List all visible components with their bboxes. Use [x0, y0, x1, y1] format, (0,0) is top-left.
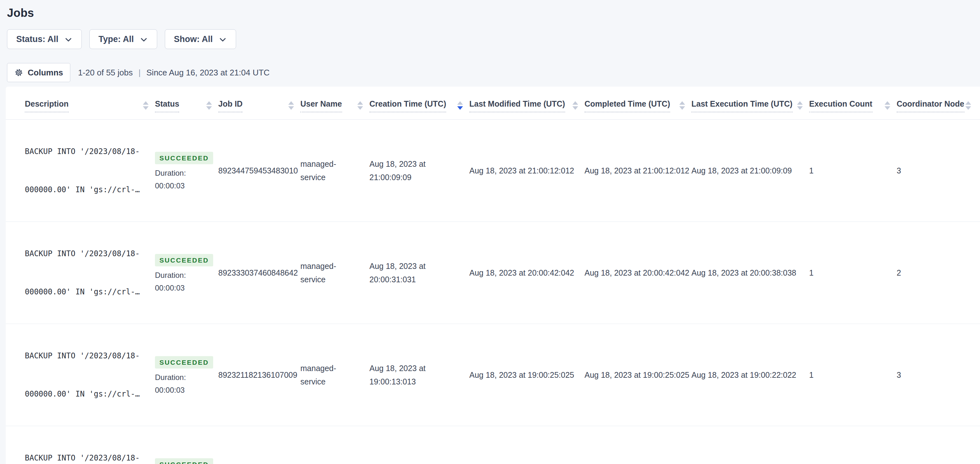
status-badge: SUCCEEDED [155, 152, 213, 164]
column-header-job-id[interactable]: Job ID [218, 99, 301, 112]
chevron-down-icon [64, 36, 73, 44]
sort-arrows-icon [143, 99, 149, 110]
table-row[interactable]: BACKUP INTO '/2023/08/18- 000000.00' IN … [6, 426, 980, 464]
filter-row: Status: All Type: All Show: All [7, 29, 980, 49]
since-timestamp: Since Aug 16, 2023 at 21:04 UTC [146, 68, 269, 78]
user-name: managed-service [301, 157, 365, 184]
sort-arrows-icon [966, 99, 971, 110]
last-execution-time: Aug 18, 2023 at 19:00:22:022 [691, 370, 809, 379]
columns-button[interactable]: Columns [7, 63, 70, 82]
coordinator-node: 2 [897, 268, 977, 277]
duration-label: Duration: [155, 169, 186, 177]
sort-arrows-icon [797, 99, 803, 110]
sort-arrows-icon [206, 99, 212, 110]
status-badge: SUCCEEDED [155, 458, 213, 464]
last-modified-time: Aug 18, 2023 at 21:00:12:012 [469, 166, 584, 175]
execution-count: 1 [809, 370, 897, 379]
type-filter-dropdown[interactable]: Type: All [89, 29, 157, 49]
job-id: 892333037460848642 [218, 268, 301, 277]
completed-time: Aug 18, 2023 at 19:00:25:025 [584, 370, 691, 379]
duration-value: 00:00:03 [155, 386, 185, 394]
jobs-table-card: Description Status Job ID User Name Crea… [6, 86, 980, 464]
job-description: BACKUP INTO '/2023/08/18- 000000.00' IN … [25, 222, 155, 324]
job-status: SUCCEEDED Duration: 00:00:03 [155, 356, 218, 394]
columns-button-label: Columns [28, 68, 63, 78]
job-description: BACKUP INTO '/2023/08/18- 000000.00' IN … [25, 426, 155, 464]
table-body: BACKUP INTO '/2023/08/18- 000000.00' IN … [6, 120, 980, 464]
table-row[interactable]: BACKUP INTO '/2023/08/18- 000000.00' IN … [6, 120, 980, 222]
column-header-creation-time[interactable]: Creation Time (UTC) [369, 99, 469, 112]
column-header-coordinator-node[interactable]: Coordinator Node [897, 99, 977, 112]
status-filter-dropdown[interactable]: Status: All [7, 29, 82, 49]
execution-count: 1 [809, 166, 897, 175]
sort-arrows-icon [357, 99, 363, 110]
sort-arrows-icon [288, 99, 294, 110]
user-name: managed-service [301, 259, 365, 286]
column-header-description[interactable]: Description [25, 99, 155, 112]
type-filter-label: Type: All [99, 34, 134, 44]
table-toolbar: Columns 1-20 of 55 jobs | Since Aug 16, … [7, 63, 980, 82]
sort-arrows-icon [679, 99, 685, 110]
creation-time: Aug 18, 2023 at 20:00:31:031 [369, 259, 457, 286]
jobs-page: Jobs Status: All Type: All Show: All Col… [0, 0, 980, 464]
chevron-down-icon [219, 36, 227, 44]
user-name: managed-service [301, 362, 365, 388]
show-filter-dropdown[interactable]: Show: All [165, 29, 236, 49]
duration-value: 00:00:03 [155, 284, 185, 292]
job-description: BACKUP INTO '/2023/08/18- 000000.00' IN … [25, 324, 155, 426]
sort-arrows-icon [885, 99, 890, 110]
completed-time: Aug 18, 2023 at 20:00:42:042 [584, 268, 691, 277]
last-execution-time: Aug 18, 2023 at 21:00:09:09 [691, 166, 809, 175]
completed-time: Aug 18, 2023 at 21:00:12:012 [584, 166, 691, 175]
duration-value: 00:00:03 [155, 182, 185, 190]
coordinator-node: 3 [897, 370, 977, 379]
column-header-last-modified-time[interactable]: Last Modified Time (UTC) [469, 99, 584, 112]
last-modified-time: Aug 18, 2023 at 20:00:42:042 [469, 268, 584, 277]
execution-count: 1 [809, 268, 897, 277]
duration-label: Duration: [155, 271, 186, 279]
last-execution-time: Aug 18, 2023 at 20:00:38:038 [691, 268, 809, 277]
job-id: 892321182136107009 [218, 370, 301, 379]
column-header-execution-count[interactable]: Execution Count [809, 99, 897, 112]
gear-icon [14, 68, 23, 77]
status-badge: SUCCEEDED [155, 356, 213, 368]
job-status: SUCCEEDED Duration: 00:00:03 [155, 458, 218, 464]
duration-label: Duration: [155, 374, 186, 381]
status-filter-label: Status: All [16, 34, 59, 44]
page-title: Jobs [0, 0, 980, 20]
sort-desc-active-icon [457, 99, 463, 110]
job-status: SUCCEEDED Duration: 00:00:03 [155, 152, 218, 190]
column-header-status[interactable]: Status [155, 99, 218, 112]
job-status: SUCCEEDED Duration: 00:00:03 [155, 254, 218, 292]
table-header-row: Description Status Job ID User Name Crea… [6, 86, 980, 120]
column-header-completed-time[interactable]: Completed Time (UTC) [584, 99, 691, 112]
creation-time: Aug 18, 2023 at 19:00:13:013 [369, 362, 457, 388]
last-modified-time: Aug 18, 2023 at 19:00:25:025 [469, 370, 584, 379]
job-id: 892344759453483010 [218, 166, 301, 175]
results-count: 1-20 of 55 jobs [78, 68, 133, 78]
table-row[interactable]: BACKUP INTO '/2023/08/18- 000000.00' IN … [6, 324, 980, 426]
job-description: BACKUP INTO '/2023/08/18- 000000.00' IN … [25, 120, 155, 222]
chevron-down-icon [140, 36, 148, 44]
column-header-user-name[interactable]: User Name [301, 99, 369, 112]
table-row[interactable]: BACKUP INTO '/2023/08/18- 000000.00' IN … [6, 222, 980, 324]
status-badge: SUCCEEDED [155, 254, 213, 266]
show-filter-label: Show: All [174, 34, 213, 44]
creation-time: Aug 18, 2023 at 21:00:09:09 [369, 157, 457, 184]
column-header-last-execution-time[interactable]: Last Execution Time (UTC) [691, 99, 809, 112]
coordinator-node: 3 [897, 166, 977, 175]
sort-arrows-icon [573, 99, 578, 110]
toolbar-divider: | [138, 68, 141, 78]
